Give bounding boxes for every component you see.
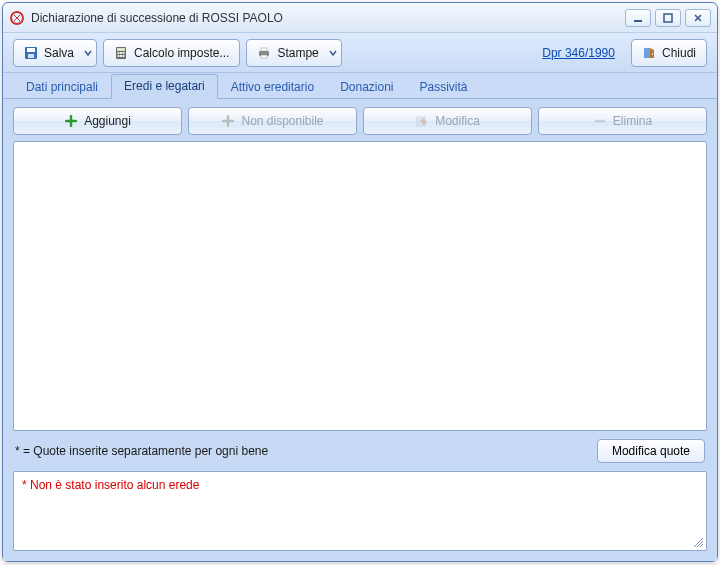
messages-box: * Non è stato inserito alcun erede bbox=[13, 471, 707, 551]
add-label: Aggiungi bbox=[84, 114, 131, 128]
delete-button: Elimina bbox=[538, 107, 707, 135]
save-button[interactable]: Salva bbox=[13, 39, 97, 67]
door-exit-icon bbox=[642, 46, 656, 60]
print-button[interactable]: Stampe bbox=[246, 39, 341, 67]
calculate-taxes-button[interactable]: Calcolo imposte... bbox=[103, 39, 240, 67]
resize-grip-icon[interactable] bbox=[690, 534, 704, 548]
tab-passivita[interactable]: Passività bbox=[407, 75, 481, 99]
add-button[interactable]: Aggiungi bbox=[13, 107, 182, 135]
dpr-link[interactable]: Dpr 346/1990 bbox=[532, 46, 625, 60]
not-available-label: Non disponibile bbox=[241, 114, 323, 128]
chevron-down-icon bbox=[84, 49, 92, 57]
chevron-down-icon bbox=[329, 49, 337, 57]
app-icon bbox=[9, 10, 25, 26]
svg-rect-12 bbox=[120, 55, 122, 57]
tab-dati-principali[interactable]: Dati principali bbox=[13, 75, 111, 99]
pencil-icon bbox=[415, 114, 429, 128]
footnote-row: * = Quote inserite separatamente per ogn… bbox=[13, 437, 707, 465]
tabs-bar: Dati principali Eredi e legatari Attivo … bbox=[3, 73, 717, 99]
svg-rect-11 bbox=[118, 55, 120, 57]
close-window-button[interactable]: Chiudi bbox=[631, 39, 707, 67]
minimize-button[interactable] bbox=[625, 9, 651, 27]
maximize-button[interactable] bbox=[655, 9, 681, 27]
window-controls bbox=[625, 9, 711, 27]
app-window: Dichiarazione di successione di ROSSI PA… bbox=[2, 2, 718, 562]
footnote-text: * = Quote inserite separatamente per ogn… bbox=[15, 444, 587, 458]
edit-label: Modifica bbox=[435, 114, 480, 128]
tab-donazioni[interactable]: Donazioni bbox=[327, 75, 406, 99]
svg-rect-4 bbox=[27, 48, 35, 52]
svg-rect-15 bbox=[261, 48, 267, 51]
save-icon bbox=[24, 46, 38, 60]
plus-icon bbox=[64, 114, 78, 128]
delete-label: Elimina bbox=[613, 114, 652, 128]
svg-rect-10 bbox=[123, 52, 125, 54]
not-available-button: Non disponibile bbox=[188, 107, 357, 135]
calculator-icon bbox=[114, 46, 128, 60]
save-label: Salva bbox=[44, 46, 74, 60]
calculate-label: Calcolo imposte... bbox=[134, 46, 229, 60]
tab-content: Aggiungi Non disponibile Modifica Elimin… bbox=[3, 99, 717, 561]
edit-button: Modifica bbox=[363, 107, 532, 135]
plus-icon bbox=[221, 114, 235, 128]
titlebar: Dichiarazione di successione di ROSSI PA… bbox=[3, 3, 717, 33]
minus-icon bbox=[593, 114, 607, 128]
svg-rect-9 bbox=[120, 52, 122, 54]
error-message: * Non è stato inserito alcun erede bbox=[22, 478, 199, 492]
svg-rect-5 bbox=[28, 54, 34, 58]
print-label: Stampe bbox=[277, 46, 318, 60]
svg-rect-13 bbox=[123, 55, 125, 57]
svg-rect-8 bbox=[118, 52, 120, 54]
svg-rect-16 bbox=[261, 55, 267, 58]
tab-eredi-legatari[interactable]: Eredi e legatari bbox=[111, 74, 218, 99]
svg-rect-17 bbox=[644, 48, 650, 58]
svg-rect-1 bbox=[634, 20, 642, 22]
main-toolbar: Salva Calcolo imposte... Stampe Dpr 346/… bbox=[3, 33, 717, 73]
printer-icon bbox=[257, 46, 271, 60]
tab-attivo-ereditario[interactable]: Attivo ereditario bbox=[218, 75, 327, 99]
modify-quotes-button[interactable]: Modifica quote bbox=[597, 439, 705, 463]
close-label: Chiudi bbox=[662, 46, 696, 60]
heirs-list[interactable] bbox=[13, 141, 707, 431]
svg-rect-2 bbox=[664, 14, 672, 22]
action-buttons-row: Aggiungi Non disponibile Modifica Elimin… bbox=[13, 107, 707, 135]
close-button[interactable] bbox=[685, 9, 711, 27]
svg-point-18 bbox=[652, 53, 653, 54]
window-title: Dichiarazione di successione di ROSSI PA… bbox=[31, 11, 625, 25]
svg-rect-7 bbox=[117, 48, 125, 51]
